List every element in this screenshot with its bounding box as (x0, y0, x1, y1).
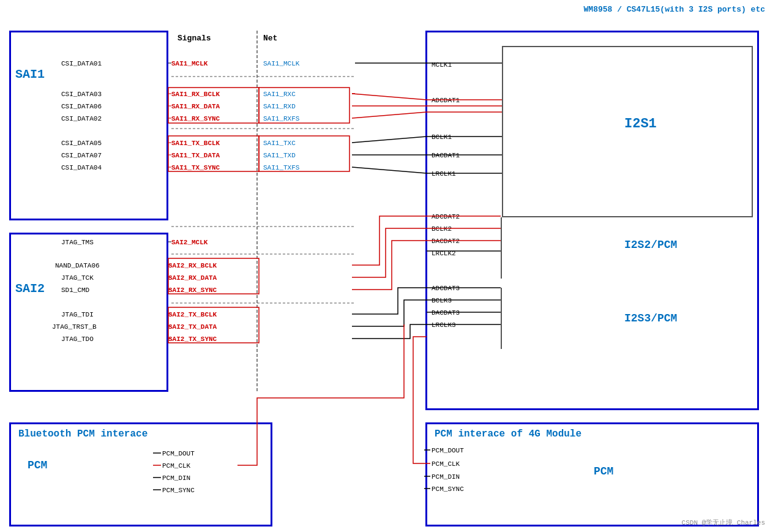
net-sai1-rxfs: SAI1_RXFS (263, 115, 299, 122)
fg-pcm-clk: PCM_CLK (432, 460, 460, 468)
net-sai1-txfs: SAI1_TXFS (263, 164, 299, 171)
i2s1-lrclk1: LRCLK1 (432, 170, 456, 178)
fg-pcm-sync: PCM_SYNC (432, 485, 464, 493)
fg-pcm-label: PCM (594, 465, 613, 478)
csi-data03-left: CSI_DATA03 (61, 91, 102, 98)
i2s1-label: I2S1 (624, 116, 657, 132)
i2s2-adcdat2: ADCDAT2 (432, 213, 460, 220)
sai2-rx-bclk-sig: SAI2_RX_BCLK (168, 262, 217, 269)
net-sai1-mclk: SAI1_MCLK (263, 60, 299, 67)
fg-pcm-din: PCM_DIN (432, 473, 460, 481)
i2s2-lrclk2: LRCLK2 (432, 250, 456, 257)
i2s2-bclk2: BCLK2 (432, 225, 452, 233)
i2s2-dacdat2: DACDAT2 (432, 238, 460, 245)
net-header: Net (263, 34, 277, 43)
bt-pcm-din: PCM_DIN (162, 474, 190, 482)
i2s3-lrclk3: LRCLK3 (432, 321, 456, 329)
sai1-tx-data-sig: SAI1_TX_DATA (171, 152, 220, 159)
i2s3-adcdat3: ADCDAT3 (432, 285, 460, 292)
top-label: WM8958 / CS47L15(with 3 I2S ports) etc (584, 5, 765, 14)
sai1-tx-bclk-sig: SAI1_TX_BCLK (171, 140, 220, 147)
csi-data01-left: CSI_DATA01 (61, 60, 102, 67)
csi-data02-left: CSI_DATA02 (61, 115, 102, 122)
i2s1-box (502, 46, 753, 217)
sai2-tx-data-sig: SAI2_TX_DATA (168, 323, 217, 331)
jtag-trst-b-left: JTAG_TRST_B (52, 323, 97, 331)
sd1-cmd-left: SD1_CMD (61, 287, 89, 294)
bt-pcm-label: PCM (28, 459, 47, 471)
jtag-tdi-left: JTAG_TDI (61, 311, 94, 318)
sai2-tx-sync-sig: SAI2_TX_SYNC (168, 335, 217, 343)
signals-header: Signals (178, 34, 211, 43)
fg-pcm-dout: PCM_DOUT (432, 447, 464, 454)
sai2-rx-sync-sig: SAI2_RX_SYNC (168, 287, 217, 294)
watermark: CSDN @学无止境_Charles (682, 518, 765, 527)
csi-data04-left: CSI_DATA04 (61, 164, 102, 171)
jtag-tms-left: JTAG_TMS (61, 239, 94, 246)
jtag-tck-left: JTAG_TCK (61, 274, 94, 282)
bt-pcm-sync: PCM_SYNC (162, 487, 195, 494)
net-sai1-rxd: SAI1_RXD (263, 103, 296, 110)
i2s1-mclk1: MCLK1 (432, 61, 452, 69)
sai1-tx-sync-sig: SAI1_TX_SYNC (171, 164, 220, 171)
sai1-label: SAI1 (15, 67, 45, 81)
fg-label: PCM interace of 4G Module (435, 429, 581, 440)
bt-label: Bluetooth PCM interace (18, 429, 148, 440)
i2s3-bclk3: BCLK3 (432, 297, 452, 304)
i2s1-adcdat1: ADCDAT1 (432, 97, 460, 104)
i2s2-vline (501, 217, 502, 279)
svg-line-20 (352, 137, 427, 143)
i2s1-dacdat1: DACDAT1 (432, 152, 460, 159)
sai1-rx-data-sig: SAI1_RX_DATA (171, 103, 220, 110)
sai2-tx-bclk-sig: SAI2_TX_BCLK (168, 311, 217, 318)
net-sai1-txd: SAI1_TXD (263, 152, 296, 159)
jtag-tdo-left: JTAG_TDO (61, 335, 94, 343)
svg-line-19 (352, 112, 427, 118)
sai2-label: SAI2 (15, 282, 45, 296)
sai2-rx-data-sig: SAI2_RX_DATA (168, 274, 217, 282)
i2s3-label: I2S3/PCM (624, 312, 677, 324)
csi-data07-left: CSI_DATA07 (61, 152, 102, 159)
bt-pcm-clk: PCM_CLK (162, 462, 190, 470)
i2s1-bclk1: BCLK1 (432, 133, 452, 141)
i2s2-label: I2S2/PCM (624, 239, 677, 251)
svg-line-17 (352, 94, 427, 100)
sai1-rx-sync-sig: SAI1_RX_SYNC (171, 115, 220, 122)
csi-data05-left: CSI_DATA05 (61, 140, 102, 147)
i2s3-vline (501, 288, 502, 349)
page-container: WM8958 / CS47L15(with 3 I2S ports) etc S… (0, 0, 770, 532)
bt-pcm-dout: PCM_DOUT (162, 450, 195, 457)
net-sai1-txc: SAI1_TXC (263, 140, 296, 147)
net-sai1-rxc: SAI1_RXC (263, 91, 296, 98)
nand-data06-left: NAND_DATA06 (55, 262, 100, 269)
i2s3-dacdat3: DACDAT3 (432, 309, 460, 317)
svg-line-22 (352, 167, 427, 173)
csi-data06-left: CSI_DATA06 (61, 103, 102, 110)
sai2-mclk-sig: SAI2_MCLK (171, 239, 207, 246)
sai1-mclk-sig: SAI1_MCLK (171, 60, 207, 67)
sai1-box (9, 31, 168, 220)
sai1-rx-bclk-sig: SAI1_RX_BCLK (171, 91, 220, 98)
